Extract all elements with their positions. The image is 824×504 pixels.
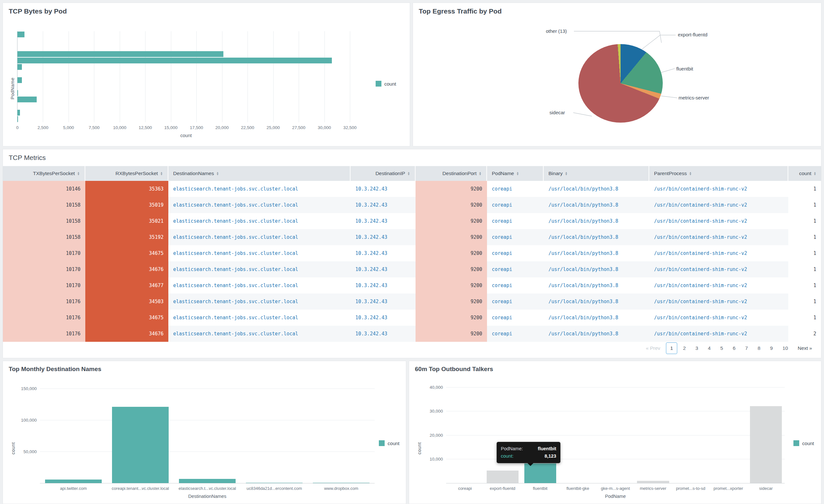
cell-PodName[interactable]: coreapi: [487, 197, 544, 213]
legend-count[interactable]: count: [794, 440, 814, 446]
column-header-DestinationPort[interactable]: DestinationPort▲▼: [416, 166, 487, 181]
next-page-button[interactable]: Next »: [794, 343, 816, 354]
sort-icon[interactable]: ▲▼: [689, 172, 692, 176]
tcp-bytes-bar[interactable]: [17, 58, 332, 64]
cell-ParentProcess[interactable]: /usr/bin/containerd-shim-runc-v2: [649, 278, 788, 294]
cell-DestinationIP[interactable]: 10.3.242.43: [350, 310, 416, 326]
cell-DestinationNames[interactable]: elasticsearch.tenant-jobs.svc.cluster.lo…: [168, 326, 350, 342]
sort-icon[interactable]: ▲▼: [814, 172, 816, 176]
cell-DestinationIP[interactable]: 10.3.242.43: [350, 229, 416, 245]
cell-Binary[interactable]: /usr/local/bin/python3.8: [544, 310, 649, 326]
column-bar-sidecar[interactable]: [750, 406, 782, 483]
column-bar-elasticsearch.t...vc.cluster.local[interactable]: [179, 479, 236, 483]
column-header-ParentProcess[interactable]: ParentProcess▲▼: [649, 166, 788, 181]
cell-PodName[interactable]: coreapi: [487, 294, 544, 310]
column-bar-www.dropbox.com[interactable]: [313, 483, 370, 483]
page-button-3[interactable]: 3: [692, 343, 702, 354]
cell-ParentProcess[interactable]: /usr/bin/containerd-shim-runc-v2: [649, 229, 788, 245]
tcp-bytes-bar[interactable]: [17, 116, 18, 122]
cell-Binary[interactable]: /usr/local/bin/python3.8: [544, 278, 649, 294]
sort-icon[interactable]: ▲▼: [565, 172, 568, 176]
page-button-10[interactable]: 10: [779, 343, 792, 354]
cell-DestinationIP[interactable]: 10.3.242.43: [350, 213, 416, 229]
cell-ParentProcess[interactable]: /usr/bin/containerd-shim-runc-v2: [649, 245, 788, 261]
cell-DestinationIP[interactable]: 10.3.242.43: [350, 181, 416, 197]
cell-DestinationNames[interactable]: elasticsearch.tenant-jobs.svc.cluster.lo…: [168, 181, 350, 197]
cell-DestinationIP[interactable]: 10.3.242.43: [350, 245, 416, 261]
cell-DestinationNames[interactable]: elasticsearch.tenant-jobs.svc.cluster.lo…: [168, 294, 350, 310]
column-header-count[interactable]: count▲▼: [788, 166, 821, 181]
cell-PodName[interactable]: coreapi: [487, 261, 544, 278]
cell-PodName[interactable]: coreapi: [487, 245, 544, 261]
sort-icon[interactable]: ▲▼: [408, 172, 410, 176]
cell-DestinationNames[interactable]: elasticsearch.tenant-jobs.svc.cluster.lo…: [168, 197, 350, 213]
egress-pie-chart[interactable]: [579, 44, 663, 123]
cell-DestinationNames[interactable]: elasticsearch.tenant-jobs.svc.cluster.lo…: [168, 245, 350, 261]
page-button-2[interactable]: 2: [679, 343, 690, 354]
cell-DestinationNames[interactable]: elasticsearch.tenant-jobs.svc.cluster.lo…: [168, 310, 350, 326]
column-header-PodName[interactable]: PodName▲▼: [487, 166, 544, 181]
cell-DestinationIP[interactable]: 10.3.242.43: [350, 294, 416, 310]
page-button-1[interactable]: 1: [666, 342, 677, 354]
cell-DestinationIP[interactable]: 10.3.242.43: [350, 278, 416, 294]
tcp-bytes-bar[interactable]: [17, 97, 37, 102]
tcp-bytes-bar[interactable]: [17, 31, 24, 37]
sort-icon[interactable]: ▲▼: [479, 172, 482, 176]
sort-icon[interactable]: ▲▼: [77, 172, 80, 176]
cell-DestinationNames[interactable]: elasticsearch.tenant-jobs.svc.cluster.lo…: [168, 229, 350, 245]
cell-Binary[interactable]: /usr/local/bin/python3.8: [544, 213, 649, 229]
cell-PodName[interactable]: coreapi: [487, 326, 544, 342]
cell-PodName[interactable]: coreapi: [487, 310, 544, 326]
cell-DestinationIP[interactable]: 10.3.242.43: [350, 197, 416, 213]
cell-Binary[interactable]: /usr/local/bin/python3.8: [544, 261, 649, 278]
sort-icon[interactable]: ▲▼: [216, 172, 219, 176]
cell-ParentProcess[interactable]: /usr/bin/containerd-shim-runc-v2: [649, 294, 788, 310]
page-button-6[interactable]: 6: [729, 343, 739, 354]
cell-ParentProcess[interactable]: /usr/bin/containerd-shim-runc-v2: [649, 261, 788, 278]
cell-DestinationNames[interactable]: elasticsearch.tenant-jobs.svc.cluster.lo…: [168, 213, 350, 229]
tcp-bytes-bar[interactable]: [17, 90, 18, 96]
cell-Binary[interactable]: /usr/local/bin/python3.8: [544, 197, 649, 213]
cell-Binary[interactable]: /usr/local/bin/python3.8: [544, 229, 649, 245]
cell-Binary[interactable]: /usr/local/bin/python3.8: [544, 245, 649, 261]
page-button-9[interactable]: 9: [766, 343, 777, 354]
cell-Binary[interactable]: /usr/local/bin/python3.8: [544, 181, 649, 197]
cell-ParentProcess[interactable]: /usr/bin/containerd-shim-runc-v2: [649, 181, 788, 197]
sort-icon[interactable]: ▲▼: [516, 172, 519, 176]
cell-ParentProcess[interactable]: /usr/bin/containerd-shim-runc-v2: [649, 213, 788, 229]
cell-DestinationNames[interactable]: elasticsearch.tenant-jobs.svc.cluster.lo…: [168, 278, 350, 294]
column-bar-coreapi.tenant...vc.cluster.local[interactable]: [112, 407, 169, 483]
sort-icon[interactable]: ▲▼: [160, 172, 163, 176]
cell-PodName[interactable]: coreapi: [487, 181, 544, 197]
column-header-Binary[interactable]: Binary▲▼: [544, 166, 649, 181]
cell-ParentProcess[interactable]: /usr/bin/containerd-shim-runc-v2: [649, 310, 788, 326]
tcp-bytes-bar[interactable]: [17, 110, 20, 115]
column-header-DestinationNames[interactable]: DestinationNames▲▼: [168, 166, 350, 181]
cell-PodName[interactable]: coreapi: [487, 229, 544, 245]
legend-count[interactable]: count: [379, 440, 399, 446]
cell-Binary[interactable]: /usr/local/bin/python3.8: [544, 326, 649, 342]
cell-DestinationNames[interactable]: elasticsearch.tenant-jobs.svc.cluster.lo…: [168, 261, 350, 278]
page-button-8[interactable]: 8: [754, 343, 764, 354]
cell-DestinationIP[interactable]: 10.3.242.43: [350, 326, 416, 342]
cell-Binary[interactable]: /usr/local/bin/python3.8: [544, 294, 649, 310]
column-bar-api.twitter.com[interactable]: [45, 480, 102, 483]
column-bar-uc8346da21d...ercontent.com[interactable]: [246, 483, 303, 483]
column-header-RXBytesPerSocket[interactable]: RXBytesPerSocket▲▼: [85, 166, 168, 181]
column-header-TXBytesPerSocket[interactable]: TXBytesPerSocket▲▼: [3, 166, 85, 181]
column-bar-export-fluentd[interactable]: [487, 471, 519, 483]
cell-DestinationIP[interactable]: 10.3.242.43: [350, 261, 416, 278]
page-button-5[interactable]: 5: [717, 343, 727, 354]
tcp-bytes-bar[interactable]: [17, 64, 22, 70]
page-button-7[interactable]: 7: [741, 343, 752, 354]
tcp-bytes-bar[interactable]: [17, 77, 22, 83]
column-header-DestinationIP[interactable]: DestinationIP▲▼: [350, 166, 416, 181]
cell-PodName[interactable]: coreapi: [487, 213, 544, 229]
tcp-bytes-bar[interactable]: [17, 51, 223, 57]
cell-ParentProcess[interactable]: /usr/bin/containerd-shim-runc-v2: [649, 197, 788, 213]
page-button-4[interactable]: 4: [704, 343, 715, 354]
column-bar-metrics-server[interactable]: [637, 481, 669, 483]
legend-count[interactable]: count: [376, 81, 396, 87]
cell-PodName[interactable]: coreapi: [487, 278, 544, 294]
cell-ParentProcess[interactable]: /usr/bin/containerd-shim-runc-v2: [649, 326, 788, 342]
